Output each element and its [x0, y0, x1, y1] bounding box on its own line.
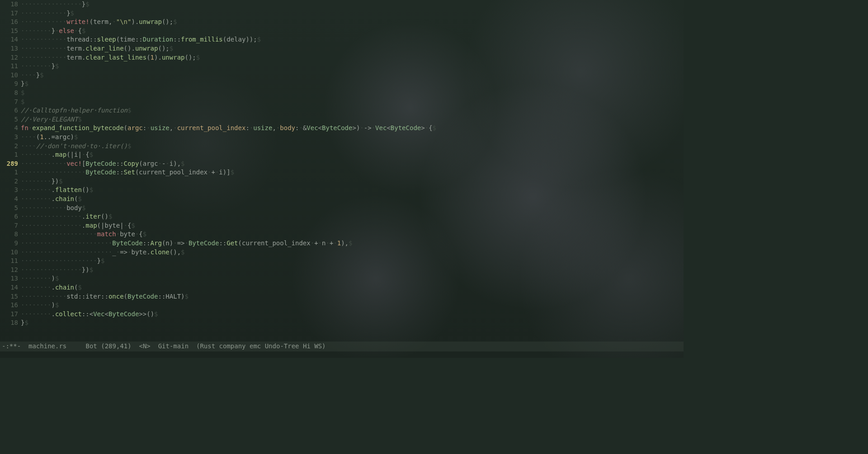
code-line[interactable]: 14········.chain($: [0, 283, 684, 292]
code-line[interactable]: 11····················}$: [0, 257, 684, 266]
code-line[interactable]: 6//·Calltopfn·helper·function$: [0, 106, 684, 115]
code-content[interactable]: ············vec![ByteCode::Copy(argc·-·i…: [21, 159, 684, 168]
code-content[interactable]: $: [21, 98, 684, 107]
code-line[interactable]: 2····//·don't·need·to·.iter()$: [0, 142, 684, 151]
code-content[interactable]: }$: [21, 80, 684, 89]
code-content[interactable]: ················})$: [21, 266, 684, 275]
token-fn: unwrap: [162, 54, 185, 61]
code-content[interactable]: ········)$: [21, 274, 684, 283]
code-line[interactable]: 5············body$: [0, 204, 684, 213]
token-ws: ············: [21, 160, 66, 167]
code-line[interactable]: 10····}$: [0, 71, 684, 80]
token-fn: Copy: [124, 160, 139, 167]
code-content[interactable]: ········})$: [21, 177, 684, 186]
code-content[interactable]: ························ByteCode::Arg(n)…: [21, 239, 684, 248]
token-nm: 1: [337, 239, 341, 247]
code-content[interactable]: ····//·don't·need·to·.iter()$: [21, 142, 684, 151]
code-line[interactable]: 13············term.clear_line().unwrap()…: [0, 44, 684, 53]
code-content[interactable]: ············std::iter::once(ByteCode::HA…: [21, 292, 684, 301]
line-number: 18: [0, 0, 21, 9]
token-ws: ····: [21, 142, 36, 150]
code-content[interactable]: ·················ByteCode::Set(current_p…: [21, 168, 684, 177]
code-line[interactable]: 9}$: [0, 80, 684, 89]
code-line[interactable]: 9························ByteCode::Arg(n…: [0, 239, 684, 248]
code-content[interactable]: ····}$: [21, 71, 684, 80]
code-line[interactable]: 11········}$: [0, 62, 684, 71]
code-line[interactable]: 12················})$: [0, 266, 684, 275]
token-pn: ::<: [82, 310, 93, 318]
code-line[interactable]: 2········})$: [0, 177, 684, 186]
code-line[interactable]: 1········.map(|i|·{$: [0, 150, 684, 159]
code-content[interactable]: ················.iter()$: [21, 212, 684, 221]
code-line[interactable]: 289············vec![ByteCode::Copy(argc·…: [0, 159, 684, 168]
code-line[interactable]: 16············write!(term,·"\n").unwrap(…: [0, 18, 684, 27]
token-pn: {: [139, 230, 142, 238]
code-line[interactable]: 8····················match·byte·{$: [0, 230, 684, 239]
token-macro: write!: [66, 18, 90, 25]
code-content[interactable]: ········}·else·{$: [21, 27, 684, 36]
code-line[interactable]: 10························_·=>·byte.clon…: [0, 248, 684, 257]
code-content[interactable]: ········.chain($: [21, 195, 684, 204]
code-content[interactable]: $: [21, 89, 684, 98]
code-line[interactable]: 17········.collect::<Vec<ByteCode>>()$: [0, 310, 684, 319]
code-content[interactable]: //·Very·ELEGANT$: [21, 115, 684, 124]
code-content[interactable]: ····················}$: [21, 257, 684, 266]
token-ws: ········: [21, 310, 51, 318]
code-line[interactable]: 15········}·else·{$: [0, 27, 684, 36]
code-line[interactable]: 1·················ByteCode::Set(current_…: [0, 168, 684, 177]
code-line[interactable]: 6················.iter()$: [0, 212, 684, 221]
code-line[interactable]: 8$: [0, 89, 684, 98]
code-editor[interactable]: 18················}$17············}$16··…: [0, 0, 684, 328]
code-line[interactable]: 14············thread::sleep(time::Durati…: [0, 35, 684, 44]
code-line[interactable]: 3········.flatten()$: [0, 186, 684, 195]
code-content[interactable]: ············write!(term,·"\n").unwrap();…: [21, 18, 684, 27]
code-content[interactable]: fn·expand_function_bytecode(argc:·usize,…: [21, 124, 684, 133]
code-line[interactable]: 5//·Very·ELEGANT$: [0, 115, 684, 124]
code-line[interactable]: 12············term.clear_last_lines(1).u…: [0, 53, 684, 62]
code-content[interactable]: ············thread::sleep(time::Duration…: [21, 35, 684, 44]
code-line[interactable]: 7················.map(|byte|·{$: [0, 221, 684, 230]
code-line[interactable]: 13········)$: [0, 274, 684, 283]
token-ws: ····················: [21, 230, 97, 238]
token-pn: <: [387, 124, 390, 131]
code-line[interactable]: 4fn·expand_function_bytecode(argc:·usize…: [0, 124, 684, 133]
code-content[interactable]: ························_·=>·byte.clone(…: [21, 248, 684, 257]
code-line[interactable]: 17············}$: [0, 9, 684, 18]
code-content[interactable]: ················}$: [21, 0, 684, 9]
token-eol: $: [131, 222, 135, 229]
code-line[interactable]: 18················}$: [0, 0, 684, 9]
token-pn: ),: [341, 239, 349, 247]
token-ws: ························: [21, 248, 112, 256]
code-content[interactable]: ····················match·byte·{$: [21, 230, 684, 239]
code-content[interactable]: ········.chain($: [21, 283, 684, 292]
token-id: delay: [226, 36, 245, 43]
code-line[interactable]: 18}$: [0, 318, 684, 328]
code-line[interactable]: 7$: [0, 98, 684, 107]
token-id: n: [165, 239, 169, 247]
token-pn: (: [36, 133, 40, 140]
code-content[interactable]: ············term.clear_last_lines(1).unw…: [21, 53, 684, 62]
code-line[interactable]: 4········.chain($: [0, 195, 684, 204]
token-ws: ················: [21, 266, 82, 273]
token-pn: |: [78, 151, 81, 158]
token-id: HALT: [165, 293, 181, 300]
code-line[interactable]: 16········)$: [0, 301, 684, 310]
token-pn: :: [245, 124, 249, 131]
token-ws: ················: [21, 0, 82, 8]
code-line[interactable]: 15············std::iter::once(ByteCode::…: [0, 292, 684, 301]
code-content[interactable]: ············term.clear_line().unwrap();$: [21, 44, 684, 53]
code-content[interactable]: ········.collect::<Vec<ByteCode>>()$: [21, 310, 684, 319]
code-content[interactable]: ········}$: [21, 62, 684, 71]
code-content[interactable]: ············body$: [21, 204, 684, 213]
token-pn: ::: [158, 293, 165, 300]
code-content[interactable]: ············}$: [21, 9, 684, 18]
code-line[interactable]: 3····(1..=argc)$: [0, 133, 684, 142]
code-content[interactable]: ········.flatten()$: [21, 186, 684, 195]
token-ws: ························: [21, 239, 112, 247]
code-content[interactable]: ················.map(|byte|·{$: [21, 221, 684, 230]
code-content[interactable]: //·Calltopfn·helper·function$: [21, 106, 684, 115]
code-content[interactable]: ········)$: [21, 301, 684, 310]
code-content[interactable]: ····(1..=argc)$: [21, 133, 684, 142]
code-content[interactable]: ········.map(|i|·{$: [21, 150, 684, 159]
code-content[interactable]: }$: [21, 318, 684, 328]
